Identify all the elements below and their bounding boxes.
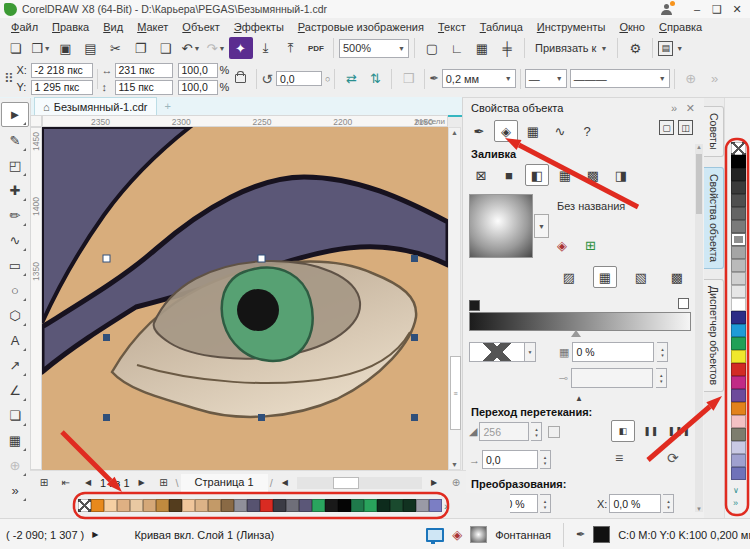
rotation-angle-input[interactable]: 0,0: [276, 71, 322, 86]
transform-x-input[interactable]: 0,0 %: [609, 494, 661, 513]
polygon-tool[interactable]: ⬡: [2, 304, 28, 327]
eye-drawing[interactable]: [42, 127, 448, 470]
menu-item[interactable]: Объект: [175, 18, 226, 36]
color-swatch[interactable]: [731, 233, 746, 246]
object-height-input[interactable]: 115 пкс: [115, 80, 173, 95]
shape-tool[interactable]: ✎: [2, 129, 28, 152]
node-transparency-spinner[interactable]: ▴▾: [657, 342, 668, 362]
color-swatch[interactable]: [731, 207, 746, 220]
contour-tool[interactable]: ❏: [2, 404, 28, 427]
page-zoom-icon[interactable]: ⊕: [446, 473, 466, 493]
canvas-vscrollbar[interactable]: ▲ ≡ ▼: [448, 127, 461, 470]
color-swatch[interactable]: [416, 499, 429, 512]
publish-pdf-button[interactable]: PDF: [304, 37, 328, 59]
linear-fountain-button[interactable]: ▨: [557, 266, 581, 288]
menu-item[interactable]: Справка: [652, 18, 709, 36]
menu-item[interactable]: Эффекты: [227, 18, 291, 36]
color-swatch[interactable]: [286, 499, 299, 512]
blend-smooth-button[interactable]: ◧: [611, 420, 635, 442]
color-swatch[interactable]: [731, 181, 746, 194]
menu-item[interactable]: Файл: [4, 18, 45, 36]
color-swatch[interactable]: [234, 499, 247, 512]
prev-page-button[interactable]: ◀: [78, 473, 98, 493]
color-swatch[interactable]: [731, 259, 746, 272]
color-swatch[interactable]: [731, 168, 746, 181]
rectangle-tool[interactable]: ▭: [2, 254, 28, 277]
color-swatch[interactable]: [403, 499, 416, 512]
import-button[interactable]: ⤓: [254, 37, 278, 59]
color-swatch[interactable]: [731, 194, 746, 207]
texture-fill-button[interactable]: ▩: [581, 164, 605, 186]
color-swatch[interactable]: [731, 350, 746, 363]
menu-item[interactable]: Вид: [96, 18, 130, 36]
color-swatch[interactable]: [731, 441, 746, 454]
menu-item[interactable]: Инструменты: [530, 18, 613, 36]
horizontal-ruler[interactable]: 23502300225022002150 пиксели: [42, 115, 448, 127]
color-swatch[interactable]: [351, 499, 364, 512]
launcher-dropdown[interactable]: ▤▼: [658, 41, 683, 56]
pan-tool[interactable]: ✚: [2, 179, 28, 202]
gradient-midpoint-handle[interactable]: [571, 330, 581, 337]
docker-pin-button[interactable]: ◫: [678, 120, 693, 135]
uniform-fill-button[interactable]: ■: [497, 164, 521, 186]
blend-repeat-button[interactable]: ❚❚❚: [667, 420, 691, 442]
color-swatch[interactable]: [130, 499, 143, 512]
transparency-tab[interactable]: ▦: [521, 120, 545, 142]
color-swatch[interactable]: [731, 220, 746, 233]
conical-fountain-button[interactable]: ▧: [629, 266, 653, 288]
lock-ratio-button[interactable]: [235, 74, 246, 83]
scale-h-input[interactable]: 100,0: [178, 63, 218, 78]
color-swatch[interactable]: [731, 428, 746, 441]
hscroll-right-arrow[interactable]: ▶: [424, 473, 444, 493]
elliptical-fountain-button[interactable]: ▦: [593, 266, 617, 288]
dimension-tool[interactable]: ↗: [2, 354, 28, 377]
color-swatch[interactable]: [731, 467, 746, 480]
color-swatch[interactable]: [312, 499, 325, 512]
fullscreen-preview-button[interactable]: ▢: [420, 37, 444, 59]
crop-tool[interactable]: ◰: [2, 154, 28, 177]
tab-object-manager[interactable]: Диспетчер объектов: [704, 279, 724, 392]
tab-object-properties[interactable]: Свойства объекта: [704, 167, 724, 269]
menu-item[interactable]: Растровые изображения: [291, 18, 431, 36]
color-swatch[interactable]: [731, 389, 746, 402]
palette-scroll-down[interactable]: ∨: [733, 486, 739, 495]
color-swatch[interactable]: [429, 499, 442, 512]
maximize-button[interactable]: ❑: [707, 0, 727, 19]
node-position-input[interactable]: [571, 368, 653, 388]
outline-width-select[interactable]: 0,2 мм▼: [442, 69, 516, 88]
page-tab[interactable]: Страница 1: [181, 474, 268, 492]
docker-float-button[interactable]: ▢: [659, 120, 674, 135]
color-swatch[interactable]: [260, 499, 273, 512]
frame-tab[interactable]: ?: [575, 120, 599, 142]
node-transparency-input[interactable]: 0 %: [572, 342, 654, 362]
new-document-button[interactable]: ❏: [4, 37, 28, 59]
document-palette-more[interactable]: ›: [444, 500, 448, 512]
redo-button[interactable]: ↷▼: [204, 37, 228, 59]
color-swatch[interactable]: [731, 285, 746, 298]
gradient-start-node[interactable]: [469, 300, 480, 311]
no-fill-button[interactable]: ⊠: [469, 164, 493, 186]
color-swatch[interactable]: [731, 298, 746, 311]
blend-steps-spinner[interactable]: ▴▾: [531, 422, 542, 441]
export-button[interactable]: ⤒: [279, 37, 303, 59]
hscroll-thumb[interactable]: [333, 477, 359, 489]
color-swatch[interactable]: [208, 499, 221, 512]
color-swatch[interactable]: [731, 142, 746, 155]
color-swatch[interactable]: [731, 337, 746, 350]
copy-button[interactable]: ❐: [129, 37, 153, 59]
ellipse-tool[interactable]: ○: [2, 279, 28, 302]
blend-steps-lock[interactable]: [548, 426, 560, 438]
interactive-fill-dropdown[interactable]: ⊕: [679, 68, 703, 90]
color-swatch[interactable]: [731, 311, 746, 324]
fill-swatch[interactable]: [470, 526, 487, 543]
object-x-input[interactable]: -2 218 пкс: [31, 63, 93, 78]
outline-color-swatch[interactable]: [593, 526, 610, 543]
color-swatch[interactable]: [169, 499, 182, 512]
scroll-up-arrow[interactable]: ▲: [451, 129, 458, 136]
menu-item[interactable]: Текст: [431, 18, 473, 36]
canvas-hscrollbar[interactable]: [297, 477, 422, 489]
blend-steps-input[interactable]: 256: [479, 422, 529, 441]
color-swatch[interactable]: [195, 499, 208, 512]
fountain-fill-button[interactable]: ◧: [525, 164, 549, 186]
pattern-fill-button[interactable]: ▦: [553, 164, 577, 186]
